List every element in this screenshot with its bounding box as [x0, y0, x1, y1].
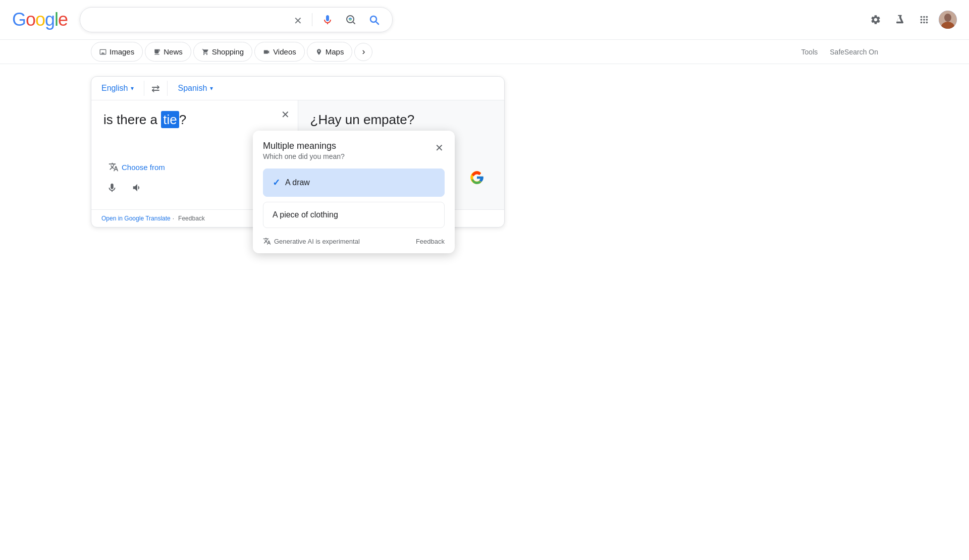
- open-in-translate-link[interactable]: Open in Google Translate: [101, 215, 171, 222]
- image-search-button[interactable]: [343, 12, 359, 28]
- multiple-meanings-popup-container: Multiple meanings Which one did you mean…: [253, 131, 455, 253]
- translate-widget: English ▾ ⇄ Spanish ▾ is there a tie? ✕: [91, 76, 505, 228]
- tab-images[interactable]: Images: [91, 42, 143, 62]
- search-bar: translate english to spanish ✕: [80, 7, 393, 32]
- clear-source-icon: ✕: [281, 109, 290, 120]
- source-language-label: English: [101, 84, 128, 93]
- settings-icon: [870, 14, 881, 25]
- check-icon: ✓: [273, 177, 280, 188]
- speaker-icon: [132, 182, 143, 193]
- apps-grid-icon: [919, 14, 930, 25]
- choose-from-button[interactable]: Choose from: [103, 159, 170, 175]
- translate-body: is there a tie? ✕ Choose from: [91, 100, 504, 209]
- source-text-post: ?: [179, 112, 186, 127]
- header: Google translate english to spanish ✕: [0, 0, 969, 40]
- settings-button[interactable]: [866, 10, 885, 29]
- maps-icon: [315, 48, 322, 55]
- meaning-clothing-label: A piece of clothing: [273, 210, 338, 219]
- clear-icon: ✕: [293, 15, 303, 25]
- target-text: ¿Hay un empate?: [310, 110, 493, 129]
- search-icon: [368, 14, 380, 26]
- labs-icon: [894, 14, 905, 25]
- tab-shopping-label: Shopping: [212, 47, 244, 56]
- meaning-option-clothing[interactable]: A piece of clothing: [263, 202, 445, 228]
- search-tabs: Images News Shopping Videos Maps › Tools…: [0, 40, 969, 64]
- search-input[interactable]: translate english to spanish: [90, 15, 285, 25]
- popup-title: Multiple meanings: [263, 141, 345, 151]
- videos-icon: [263, 48, 270, 55]
- tab-videos-label: Videos: [273, 47, 296, 56]
- tab-videos[interactable]: Videos: [254, 42, 305, 62]
- apps-button[interactable]: [914, 10, 934, 29]
- highlighted-word: tie: [161, 111, 179, 128]
- voice-search-button[interactable]: [319, 12, 336, 28]
- source-language-selector[interactable]: English ▾: [91, 77, 144, 100]
- choose-from-label: Choose from: [122, 163, 165, 172]
- more-tabs-button[interactable]: ›: [354, 43, 372, 61]
- mic-icon: [321, 14, 334, 26]
- popup-footer-ai: Generative AI is experimental: [263, 237, 360, 245]
- meaning-option-draw[interactable]: ✓ A draw: [263, 169, 445, 197]
- source-panel: is there a tie? ✕ Choose from: [91, 100, 298, 209]
- translate-action-icon: [109, 162, 119, 172]
- popup-subtitle: Which one did you mean?: [263, 152, 345, 160]
- tab-maps[interactable]: Maps: [307, 42, 353, 62]
- images-icon: [99, 48, 106, 55]
- shopping-icon: [202, 48, 209, 55]
- google-g-icon: [470, 171, 484, 185]
- search-bar-divider: [312, 13, 312, 26]
- popup-close-button[interactable]: ✕: [434, 141, 445, 155]
- safesearch-button[interactable]: SafeSearch On: [830, 48, 878, 56]
- tools-safesearch: Tools SafeSearch On: [801, 48, 878, 56]
- svg-point-3: [944, 14, 951, 22]
- popup-ai-label: Generative AI is experimental: [274, 238, 360, 245]
- tools-button[interactable]: Tools: [801, 48, 818, 56]
- popup-feedback-button[interactable]: Feedback: [416, 238, 445, 245]
- main-content: English ▾ ⇄ Spanish ▾ is there a tie? ✕: [0, 64, 969, 240]
- source-lang-chevron: ▾: [131, 85, 134, 92]
- search-bar-icons: ✕: [291, 12, 382, 28]
- popup-close-icon: ✕: [435, 142, 444, 153]
- translate-feedback-link[interactable]: Feedback: [178, 215, 205, 222]
- account-button[interactable]: [939, 11, 957, 29]
- popup-header: Multiple meanings Which one did you mean…: [263, 141, 445, 160]
- clear-search-button[interactable]: ✕: [291, 13, 305, 27]
- meaning-draw-label: A draw: [285, 178, 310, 187]
- tab-news-label: News: [164, 47, 183, 56]
- mic-translate-icon: [106, 182, 118, 193]
- news-icon: [153, 48, 160, 55]
- target-language-label: Spanish: [178, 84, 207, 93]
- popup-header-text: Multiple meanings Which one did you mean…: [263, 141, 345, 160]
- tab-images-label: Images: [110, 47, 134, 56]
- target-lang-chevron: ▾: [210, 85, 213, 92]
- lens-icon: [345, 14, 357, 26]
- tab-maps-label: Maps: [326, 47, 344, 56]
- mic-translate-button[interactable]: [103, 179, 121, 199]
- header-right: [866, 10, 957, 29]
- source-text-pre: is there a: [103, 112, 161, 127]
- translate-header: English ▾ ⇄ Spanish ▾: [91, 77, 504, 100]
- speaker-translate-button[interactable]: [129, 179, 146, 199]
- multiple-meanings-popup: Multiple meanings Which one did you mean…: [253, 131, 455, 253]
- google-logo[interactable]: Google: [12, 9, 68, 30]
- tab-news[interactable]: News: [145, 42, 191, 62]
- tab-shopping[interactable]: Shopping: [193, 42, 252, 62]
- popup-footer: Generative AI is experimental Feedback: [263, 233, 445, 245]
- footer-dot: ·: [173, 215, 174, 222]
- swap-languages-button[interactable]: ⇄: [144, 77, 167, 99]
- target-language-selector[interactable]: Spanish ▾: [168, 77, 223, 100]
- labs-button[interactable]: [890, 10, 909, 29]
- ai-icon: [263, 237, 271, 245]
- avatar: [939, 11, 957, 29]
- clear-source-button[interactable]: ✕: [281, 108, 290, 121]
- search-button[interactable]: [366, 12, 382, 28]
